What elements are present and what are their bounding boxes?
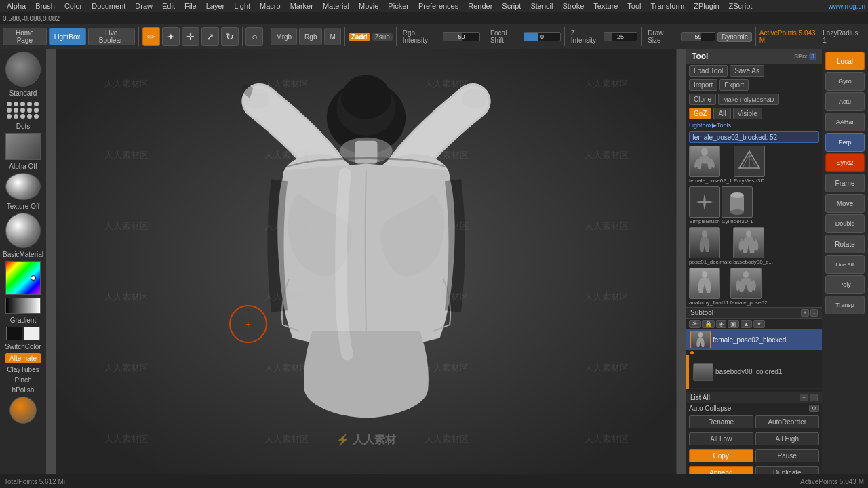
texture-preview[interactable] [5,173,41,200]
gyro-btn[interactable]: Gyro [825,72,865,91]
move-btn[interactable]: ✛ [182,27,199,46]
brush-preview[interactable] [5,52,41,87]
menu-alpha[interactable]: Alpha [3,2,30,10]
double-btn[interactable]: Double [825,214,865,233]
load-tool-btn[interactable]: Load Tool [689,65,728,77]
list-add-btn[interactable]: + [800,394,808,401]
local-btn[interactable]: Local [825,52,865,70]
frame-btn[interactable]: Frame [825,174,865,192]
thumb-simplebrush[interactable]: SimpleBrush [689,186,720,224]
canvas-area[interactable]: 人人素材区人人素材区人人素材区人人素材区 人人素材区人人素材区人人素材区人人素材… [46,49,686,474]
paste-btn[interactable]: Pause [755,449,820,462]
auto-collapse-settings-btn[interactable]: ⚙ [809,405,819,412]
menu-zscript[interactable]: ZScript [725,2,757,10]
thumb-basebody[interactable]: basebody08_c... [733,227,773,265]
menu-zplugin[interactable]: ZPlugin [690,2,723,10]
material-preview[interactable] [5,213,41,248]
sync2-btn[interactable]: Sync2 [825,153,865,172]
thumb-polymesh[interactable]: PolyMesh3D [734,146,765,184]
m-btn[interactable]: M [324,28,340,45]
draw-size-slider[interactable]: 59 [681,32,715,41]
list-dn-btn[interactable]: ↓ [810,394,818,401]
clone-btn[interactable]: Clone [689,94,716,105]
menu-layer[interactable]: Layer [202,2,229,10]
z-intensity-slider[interactable]: 25 [604,32,637,41]
thumb-pose01[interactable]: pose01_decimate [689,227,732,265]
subtool-sel-btn[interactable]: ◈ [716,320,726,328]
thumb-anatomy[interactable]: anatomy_final11 [689,268,729,306]
lightbox-btn[interactable]: LightBox [49,28,86,45]
thumb-female-pose[interactable]: female_pose02_1 [689,146,732,184]
menu-brush[interactable]: Brush [31,2,59,10]
menu-edit[interactable]: Edit [158,2,179,10]
rgb-intensity-slider[interactable]: 50 [443,32,480,41]
edit-btn[interactable]: ✏ [142,27,160,46]
import-btn[interactable]: Import [689,79,717,91]
menu-draw[interactable]: Draw [131,2,157,10]
rotate-view-btn[interactable]: Rotate [825,235,865,253]
menu-material[interactable]: Material [319,2,353,10]
autoorder-btn[interactable]: AutoReorder [755,415,820,428]
linefill-btn[interactable]: Line Fill [825,255,865,274]
menu-document[interactable]: Document [87,2,130,10]
all-btn[interactable]: All [713,108,730,119]
append-btn[interactable]: Append [689,466,753,474]
subtool-minus-btn[interactable]: - [810,309,818,317]
color-swatch-white[interactable] [24,327,40,340]
alternate-btn[interactable]: Alternate [5,353,41,363]
move-view-btn[interactable]: Move [825,194,865,213]
save-as-btn[interactable]: Save As [730,65,764,77]
menu-render[interactable]: Render [464,2,496,10]
scale-btn[interactable]: ⤢ [201,27,219,46]
make-polymesh-btn[interactable]: Make PolyMesh3D [718,94,779,105]
duplicate-btn[interactable]: Duplicate [755,466,820,474]
menu-movie[interactable]: Movie [355,2,382,10]
subtool-lock-btn[interactable]: 🔒 [702,320,715,328]
lightbox-path[interactable]: Lightbox▶Tools [686,121,822,130]
subtool-col-btn[interactable]: ▣ [728,320,739,328]
thumb-female2[interactable]: female_pose02 [730,268,768,306]
menu-macro[interactable]: Macro [256,2,285,10]
menu-file[interactable]: File [180,2,201,10]
subtool-up-btn[interactable]: ▲ [741,320,752,328]
alpha-preview[interactable] [5,133,41,160]
menu-preferences[interactable]: Preferences [414,2,462,10]
subtool-eye-btn[interactable]: 👁 [689,320,701,328]
draw-btn[interactable]: ✦ [162,27,180,46]
subtool-dn-btn[interactable]: ▼ [753,320,765,328]
rotate-btn[interactable]: ↻ [221,27,239,46]
menu-picker[interactable]: Picker [384,2,413,10]
rename-btn[interactable]: Rename [689,415,753,428]
dynamic-btn[interactable]: Dynamic [717,32,752,42]
thumb-cylinder[interactable]: Cylinder3D-1 [722,186,753,224]
menu-color[interactable]: Color [60,2,86,10]
menu-script[interactable]: Script [498,2,525,10]
gradient-preview[interactable] [5,298,41,314]
menu-transform[interactable]: Transform [647,2,689,10]
subtool-item-2[interactable]: basebody08_colored1 [689,355,822,389]
zadd-badge[interactable]: Zadd [349,33,370,41]
menu-tool[interactable]: Tool [623,2,645,10]
copy-tool-btn[interactable]: Copy [689,449,753,462]
secondary-brush-preview[interactable] [9,396,37,424]
all-low-btn[interactable]: All Low [689,432,753,445]
persp-btn[interactable]: Perp [825,133,865,152]
transp-btn[interactable]: Transp [825,296,865,314]
goz-btn[interactable]: GoZ [689,108,711,119]
export-btn[interactable]: Export [719,79,749,91]
actu-btn[interactable]: Actu [825,92,865,111]
subtool-item-1[interactable]: female_pose02_blocked [686,329,822,350]
menu-light[interactable]: Light [230,2,254,10]
menu-marker[interactable]: Marker [286,2,317,10]
visible-btn[interactable]: Visible [733,108,762,119]
zsub-badge[interactable]: Zsub [372,33,393,41]
subtool-plus-btn[interactable]: + [801,309,810,317]
poly-btn[interactable]: Poly [825,275,865,294]
menu-stencil[interactable]: Stencil [526,2,557,10]
all-high-btn[interactable]: All High [755,432,820,445]
color-swatch-black[interactable] [6,327,22,340]
color-picker[interactable] [5,261,41,295]
mrgb-btn[interactable]: Mrgb [271,28,297,45]
menu-texture[interactable]: Texture [589,2,622,10]
focal-slider[interactable]: 0 [524,32,561,41]
